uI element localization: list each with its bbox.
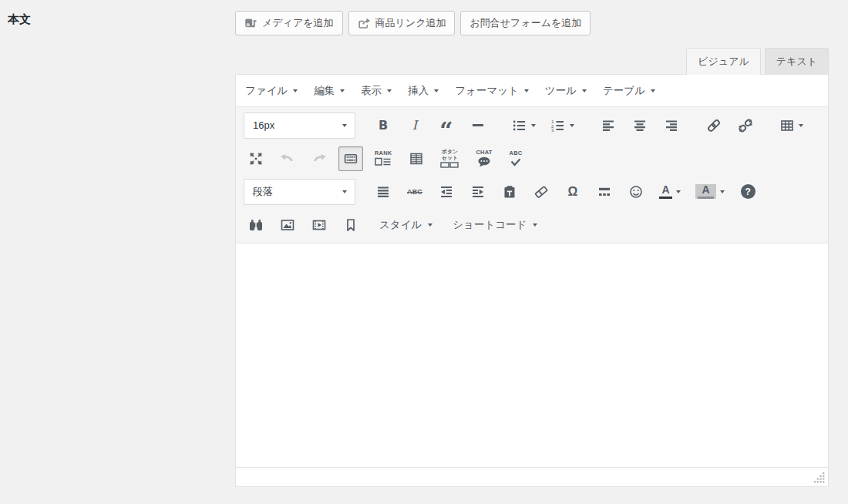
background-color-letter: A	[702, 184, 709, 196]
checkmark-icon	[510, 158, 522, 166]
rank-button[interactable]: RANK	[370, 146, 396, 172]
fullscreen-button[interactable]	[244, 146, 268, 171]
redo-icon	[311, 151, 327, 166]
editor-column: メディアを追加 商品リンク追加 お問合せフォームを追加 ビジュアル テキスト	[235, 11, 829, 487]
tab-visual[interactable]: ビジュアル	[686, 48, 761, 75]
emoticon-button[interactable]	[624, 180, 648, 204]
align-right-button[interactable]	[659, 113, 684, 138]
add-contact-form-button[interactable]: お問合せフォームを追加	[460, 11, 591, 35]
horizontal-rule-icon	[473, 124, 483, 126]
omega-icon: Ω	[568, 185, 578, 199]
eraser-icon	[533, 184, 549, 200]
shortcode-menu-button[interactable]: ショートコード	[453, 218, 537, 232]
insert-image-button[interactable]	[275, 213, 300, 237]
rank-icon	[375, 157, 392, 166]
add-media-button[interactable]: メディアを追加	[235, 11, 343, 35]
menu-format[interactable]: フォーマット	[455, 84, 529, 98]
bold-button[interactable]: B	[371, 113, 395, 138]
strikethrough-icon: ABC	[407, 188, 422, 196]
striped-table-button[interactable]	[404, 146, 429, 171]
block-format-select[interactable]: 段落	[244, 179, 355, 205]
background-color-button[interactable]: A	[692, 180, 729, 204]
paste-text-icon	[502, 184, 517, 200]
text-color-letter: A	[661, 184, 669, 196]
justify-icon	[375, 184, 391, 200]
editor-menubar: ファイル 編集 表示 挿入 フォーマット ツール テーブル	[236, 75, 828, 107]
chevron-down-icon	[434, 89, 439, 92]
chat-button[interactable]: CHAT	[471, 146, 496, 172]
outdent-icon	[439, 184, 454, 200]
remove-link-button[interactable]	[733, 113, 758, 138]
chevron-down-icon	[293, 89, 298, 92]
justify-button[interactable]	[371, 180, 395, 204]
search-replace-button[interactable]	[244, 213, 268, 237]
menu-edit[interactable]: 編集	[314, 84, 345, 98]
menu-tools[interactable]: ツール	[545, 84, 587, 98]
undo-button[interactable]	[275, 146, 300, 171]
fullscreen-icon	[248, 151, 264, 166]
align-left-icon	[601, 118, 616, 133]
chevron-down-icon	[533, 223, 537, 227]
image-icon	[280, 217, 295, 233]
button-set-button[interactable]: ボタン セット	[436, 146, 463, 172]
unlink-icon	[738, 118, 753, 133]
help-button[interactable]: ?	[735, 180, 760, 204]
table-button[interactable]	[776, 113, 807, 138]
chevron-down-icon	[570, 124, 574, 127]
indent-button[interactable]	[466, 180, 490, 204]
tab-text[interactable]: テキスト	[765, 48, 829, 74]
bullet-list-button[interactable]	[508, 113, 540, 138]
special-character-button[interactable]: Ω	[560, 180, 585, 204]
align-right-icon	[664, 118, 679, 133]
align-center-button[interactable]	[628, 113, 652, 138]
align-left-button[interactable]	[596, 113, 621, 138]
button-set-label-top: ボタン	[442, 149, 458, 154]
anchor-button[interactable]	[338, 213, 363, 237]
resize-grabber[interactable]	[814, 472, 826, 484]
proofread-button[interactable]: ABC	[505, 146, 527, 172]
insert-link-button[interactable]	[702, 113, 726, 138]
video-icon	[311, 217, 327, 233]
horizontal-rule-button[interactable]	[466, 113, 490, 138]
paste-as-text-button[interactable]	[497, 180, 522, 204]
menu-file[interactable]: ファイル	[245, 84, 298, 98]
read-more-button[interactable]	[592, 180, 617, 204]
menu-view-label: 表示	[361, 84, 382, 98]
redo-button[interactable]	[307, 146, 331, 171]
striped-table-icon	[409, 151, 424, 166]
font-size-select[interactable]: 16px	[244, 113, 355, 139]
binoculars-icon	[248, 217, 264, 233]
add-product-link-button[interactable]: 商品リンク追加	[348, 11, 456, 35]
insert-video-button[interactable]	[307, 213, 331, 237]
menu-tools-label: ツール	[545, 84, 577, 98]
menu-view[interactable]: 表示	[361, 84, 392, 98]
text-color-swatch	[659, 197, 672, 200]
toolbar-toggle-button[interactable]	[338, 146, 363, 171]
add-media-label: メディアを追加	[262, 16, 334, 30]
editor-content-area[interactable]	[236, 244, 828, 467]
help-icon: ?	[741, 184, 755, 199]
toolbar-row-2: RANK ボタン	[236, 142, 828, 175]
chevron-down-icon	[428, 223, 432, 227]
styles-menu-button[interactable]: スタイル	[379, 218, 432, 232]
blockquote-icon: “	[439, 127, 453, 135]
blockquote-button[interactable]: “	[434, 113, 459, 138]
media-buttons-row: メディアを追加 商品リンク追加 お問合せフォームを追加	[235, 11, 829, 35]
menu-insert[interactable]: 挿入	[408, 84, 439, 98]
background-color-swatch	[698, 197, 714, 200]
menu-table[interactable]: テーブル	[603, 84, 655, 98]
remove-format-button[interactable]	[529, 180, 554, 204]
shortcode-label: ショートコード	[453, 218, 527, 232]
chevron-down-icon	[340, 89, 345, 92]
editor-mode-tabs: ビジュアル テキスト	[235, 48, 829, 74]
menu-file-label: ファイル	[245, 84, 288, 98]
strikethrough-button[interactable]: ABC	[402, 180, 427, 204]
chevron-down-icon	[524, 89, 529, 92]
numbered-list-button[interactable]: 123	[547, 113, 578, 138]
text-color-button[interactable]: A	[655, 180, 685, 204]
chevron-down-icon	[676, 190, 681, 193]
proofread-label: ABC	[510, 150, 523, 156]
post-body-field: 本文 メディアを追加 商品	[0, 0, 848, 487]
italic-button[interactable]: I	[402, 113, 427, 138]
outdent-button[interactable]	[434, 180, 459, 204]
